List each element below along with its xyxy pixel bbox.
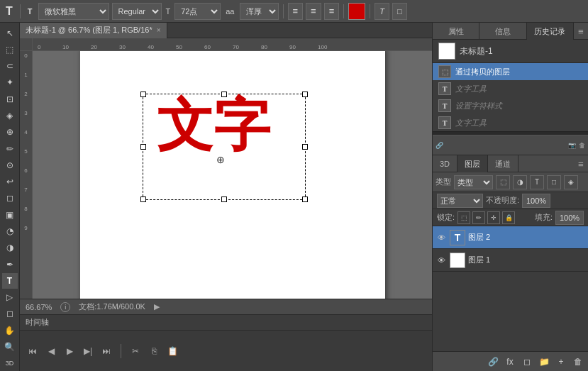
- canvas-text-content[interactable]: 文字: [157, 97, 270, 154]
- blend-opacity-row: 正常 不透明度:: [433, 192, 588, 209]
- move-tool[interactable]: ↖: [2, 26, 18, 40]
- tab-close-btn[interactable]: ×: [157, 26, 161, 34]
- link-layers-btn[interactable]: 🔗: [486, 355, 500, 369]
- history-T-icon-1: T: [438, 82, 451, 95]
- layers-tab-layers[interactable]: 图层: [457, 155, 488, 172]
- new-layer-btn[interactable]: +: [554, 355, 568, 369]
- layer-row-2[interactable]: 👁 T 图层 2: [433, 226, 588, 249]
- handle-bot-mid[interactable]: [221, 196, 227, 202]
- right-panel: 属性 信息 历史记录 ≡ 未标题-1 ⬚ 通过拷贝的图层 T 文字工具 T 设置…: [432, 23, 588, 371]
- tl-prev-btn[interactable]: ◀: [44, 344, 58, 358]
- status-arrow[interactable]: ▶: [154, 302, 160, 311]
- filter-shape-btn[interactable]: □: [547, 175, 561, 189]
- lock-image-btn[interactable]: ✏: [472, 211, 485, 224]
- eyedropper-tool[interactable]: ◈: [2, 108, 18, 123]
- lasso-tool[interactable]: ⊂: [2, 59, 18, 74]
- add-effect-btn[interactable]: fx: [503, 355, 517, 369]
- kind-select[interactable]: 类型: [454, 175, 493, 189]
- history-item-1[interactable]: T 文字工具: [433, 80, 588, 97]
- handle-mid-right[interactable]: [302, 144, 308, 150]
- handle-top-right[interactable]: [302, 92, 308, 97]
- shape-tool[interactable]: ◻: [2, 306, 18, 321]
- align-right-btn[interactable]: ≡: [324, 3, 340, 20]
- dodge-tool[interactable]: ◑: [2, 240, 18, 255]
- layers-panel-menu-btn[interactable]: ≡: [574, 155, 588, 172]
- layer-row-1[interactable]: 👁 图层 1: [433, 249, 588, 272]
- handle-bot-left[interactable]: [140, 196, 146, 202]
- path-tool[interactable]: ▷: [2, 290, 18, 305]
- font-style-select[interactable]: Regular: [112, 3, 162, 20]
- canvas-tab[interactable]: 未标题-1 @ 66.7% (图层 1, RGB/16* ×: [20, 23, 167, 38]
- tab-properties[interactable]: 属性: [433, 23, 479, 40]
- eraser-tool[interactable]: ◻: [2, 191, 18, 206]
- lock-all-btn[interactable]: 🔒: [502, 211, 515, 224]
- layers-tab-channels[interactable]: 通道: [488, 155, 518, 172]
- history-item-label-0: 通过拷贝的图层: [455, 67, 510, 77]
- text-color-swatch[interactable]: [348, 3, 365, 20]
- blur-tool[interactable]: ◔: [2, 223, 18, 238]
- fill-input[interactable]: [555, 211, 584, 225]
- timeline-label-bar: 时间轴: [20, 314, 432, 330]
- tl-play-btn[interactable]: ▶: [62, 344, 77, 358]
- status-icon[interactable]: i: [60, 302, 70, 312]
- layers-toolbar-link-icon: 🔗: [436, 142, 443, 149]
- anti-alias-select[interactable]: 浑厚: [240, 3, 279, 20]
- hand-tool[interactable]: ✋: [2, 323, 18, 338]
- delete-layer-btn[interactable]: 🗑: [571, 355, 585, 369]
- text-tool[interactable]: T: [2, 273, 18, 288]
- warp-text-btn[interactable]: T: [375, 3, 389, 20]
- tl-end-btn[interactable]: ⏭: [99, 344, 113, 358]
- right-panel-menu-btn[interactable]: ≡: [574, 23, 588, 40]
- transform-btn[interactable]: □: [392, 3, 407, 20]
- 3d-tool[interactable]: 3D: [2, 356, 18, 371]
- ruler-mark-80: 80: [261, 44, 267, 50]
- blend-mode-select[interactable]: 正常: [437, 194, 483, 208]
- tab-info[interactable]: 信息: [479, 23, 526, 40]
- history-brush-tool[interactable]: ↩: [2, 175, 18, 189]
- history-item-3[interactable]: T 文字工具: [433, 114, 588, 131]
- lock-transparent-btn[interactable]: ⬚: [457, 211, 470, 224]
- tl-cut-btn[interactable]: ✂: [128, 344, 143, 358]
- font-size-small-icon[interactable]: T: [25, 7, 35, 16]
- gradient-tool[interactable]: ▣: [2, 207, 18, 222]
- healing-tool[interactable]: ⊕: [2, 125, 18, 140]
- canvas-main: 0 1 2 3 4 5 6 7 8 9: [20, 51, 432, 299]
- layers-tab-3d[interactable]: 3D: [433, 155, 457, 172]
- handle-mid-left[interactable]: [140, 144, 146, 150]
- filter-pixel-btn[interactable]: ⬚: [496, 175, 510, 189]
- ruler-top-row: 0 10 20 30 40 50 60 70 80 90 100: [20, 38, 432, 51]
- align-center-btn[interactable]: ≡: [306, 3, 321, 20]
- new-group-btn[interactable]: 📁: [537, 355, 551, 369]
- marquee-tool[interactable]: ⬚: [2, 42, 18, 57]
- tl-next-btn[interactable]: ▶|: [81, 344, 95, 358]
- add-mask-btn[interactable]: ◻: [520, 355, 534, 369]
- history-item-2[interactable]: T 设置字符样式: [433, 97, 588, 114]
- layer-2-eye[interactable]: 👁: [436, 232, 447, 243]
- opacity-input[interactable]: [522, 194, 550, 208]
- ruler-mark-60: 60: [204, 44, 211, 50]
- crop-tool[interactable]: ⊡: [2, 92, 18, 106]
- zoom-tool[interactable]: 🔍: [2, 339, 18, 354]
- filter-adjust-btn[interactable]: ◑: [513, 175, 527, 189]
- font-size-select[interactable]: 72点: [174, 3, 221, 20]
- layers-toolbar-trash-icon: 🗑: [579, 142, 585, 149]
- filter-smart-btn[interactable]: ◈: [564, 175, 578, 189]
- brush-tool[interactable]: ✏: [2, 141, 18, 156]
- text-tool-icon[interactable]: T: [3, 5, 16, 18]
- tl-paste-btn[interactable]: 📋: [165, 344, 179, 358]
- pen-tool[interactable]: ✒: [2, 257, 18, 272]
- canvas-document[interactable]: 文字 ⊕: [80, 51, 385, 299]
- layer-1-eye[interactable]: 👁: [436, 255, 447, 266]
- align-left-btn[interactable]: ≡: [288, 3, 304, 20]
- font-family-select[interactable]: 微软雅黑: [38, 3, 109, 20]
- lock-position-btn[interactable]: ✛: [487, 211, 500, 224]
- handle-top-left[interactable]: [140, 92, 146, 97]
- magic-wand-tool[interactable]: ✦: [2, 75, 18, 90]
- clone-tool[interactable]: ⊙: [2, 157, 18, 172]
- history-item-0[interactable]: ⬚ 通过拷贝的图层: [433, 63, 588, 80]
- tab-history[interactable]: 历史记录: [527, 23, 574, 40]
- tl-start-btn[interactable]: ⏮: [26, 344, 40, 358]
- filter-type-btn[interactable]: T: [530, 175, 544, 189]
- handle-bot-right[interactable]: [302, 196, 308, 202]
- tl-copy-btn[interactable]: ⎘: [147, 344, 161, 358]
